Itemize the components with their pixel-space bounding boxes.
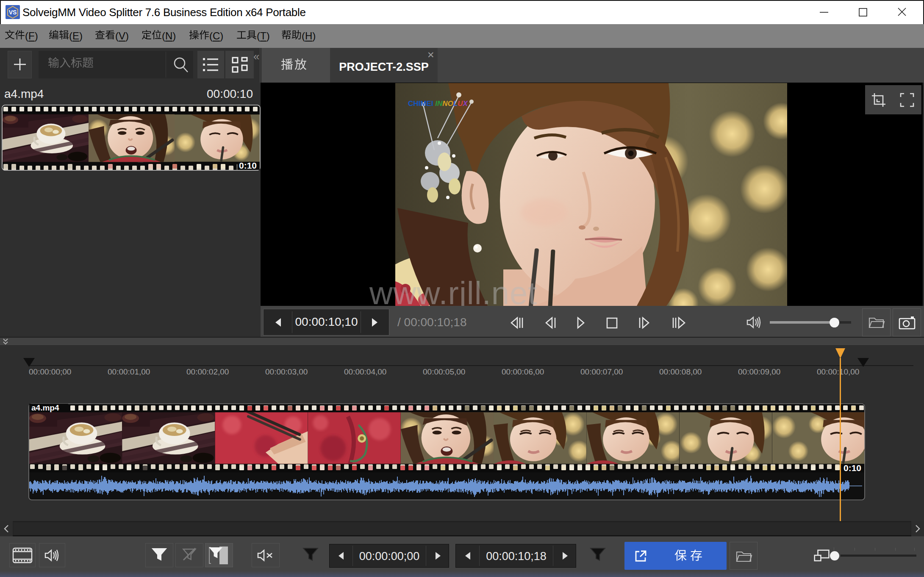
svg-text:CHIMEI INNOLUX: CHIMEI INNOLUX xyxy=(408,100,468,108)
svg-text:0:10: 0:10 xyxy=(844,463,861,473)
svg-text:0:10: 0:10 xyxy=(239,161,257,170)
svg-text:a4.mp4: a4.mp4 xyxy=(31,403,59,412)
svg-text:VS: VS xyxy=(9,9,17,16)
